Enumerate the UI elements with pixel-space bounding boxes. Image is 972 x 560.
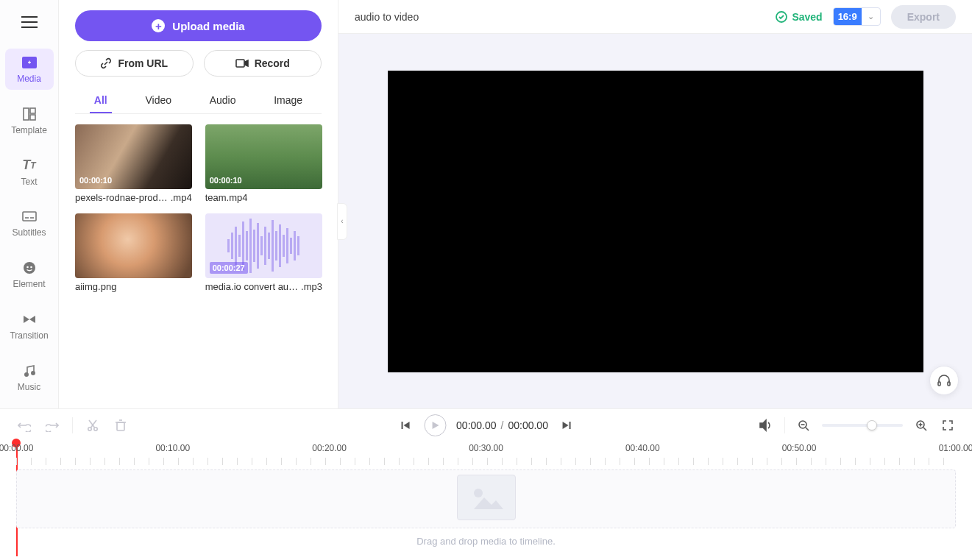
next-frame-button[interactable] (558, 417, 575, 433)
link-icon (100, 57, 112, 69)
from-url-button[interactable]: From URL (75, 50, 194, 77)
ruler-label: 01:00.00 (939, 443, 972, 453)
sidebar-item-label: Text (21, 177, 37, 187)
sidebar-item-media[interactable]: Media (5, 49, 54, 90)
timeline-ruler[interactable]: 00:00.00 00:10.00 00:20.00 00:30.00 00:4… (0, 443, 972, 465)
aspect-ratio-dropdown[interactable]: 16:9 ⌄ (833, 7, 881, 26)
svg-marker-17 (245, 60, 248, 66)
timeline-placeholder (457, 475, 516, 520)
sidebar-item-music[interactable]: Music (5, 357, 54, 398)
sidebar-item-template[interactable]: Template (5, 100, 54, 141)
timeline-area: 00:00.00/00:00.00 (0, 408, 972, 560)
media-panel: + Upload media From URL Record All Video… (59, 0, 338, 408)
zoom-in-button[interactable] (913, 417, 929, 433)
prev-frame-button[interactable] (397, 417, 414, 433)
media-item-ext: .mp3 (301, 281, 322, 292)
collapse-panel-button[interactable]: ‹ (337, 203, 347, 240)
cut-button[interactable] (85, 417, 101, 433)
svg-rect-19 (938, 382, 940, 386)
project-title-input[interactable] (355, 11, 483, 23)
tab-image[interactable]: Image (269, 88, 307, 113)
record-button[interactable]: Record (204, 50, 322, 77)
media-item[interactable]: 00:00:27 media.io convert au… .mp3 (205, 213, 322, 292)
drop-hint: Drag and drop media to timeline. (0, 536, 972, 547)
media-item-name: aiimg.png (75, 281, 116, 292)
music-icon (21, 363, 38, 379)
sidebar-item-label: Element (13, 279, 45, 289)
tab-video[interactable]: Video (141, 88, 176, 113)
svg-point-10 (26, 266, 29, 269)
sidebar-item-transition[interactable]: Transition (5, 305, 54, 347)
transition-icon (21, 311, 38, 327)
sidebar-item-label: Music (18, 382, 40, 392)
total-time: 00:00.00 (508, 419, 548, 431)
sidebar-item-text[interactable]: TT Text (5, 152, 54, 193)
svg-rect-2 (29, 60, 29, 63)
sidebar-item-label: Transition (10, 330, 48, 341)
media-item-duration: 00:00:10 (210, 176, 242, 185)
svg-marker-27 (563, 422, 569, 429)
svg-point-11 (30, 266, 32, 269)
media-item[interactable]: aiimg.png (75, 213, 192, 292)
aspect-ratio-value: 16:9 (834, 8, 862, 25)
tab-audio[interactable]: Audio (205, 88, 241, 113)
video-canvas[interactable] (388, 71, 923, 372)
media-item-duration: 00:00:10 (79, 176, 112, 185)
help-button[interactable] (929, 366, 959, 395)
from-url-label: From URL (118, 57, 168, 69)
svg-point-32 (474, 489, 483, 497)
undo-button[interactable] (16, 417, 32, 433)
svg-point-22 (94, 428, 97, 430)
svg-point-14 (24, 373, 27, 376)
svg-point-15 (31, 372, 34, 375)
headphones-icon (937, 373, 951, 388)
ruler-label: 00:50.00 (782, 443, 817, 453)
svg-rect-16 (236, 60, 244, 67)
svg-rect-20 (948, 382, 950, 386)
main-area: Saved 16:9 ⌄ Export ‹ (338, 0, 972, 408)
element-icon (21, 260, 38, 276)
sidebar-item-label: Media (17, 74, 41, 84)
sidebar-item-subtitles[interactable]: Subtitles (5, 203, 54, 244)
media-item[interactable]: 00:00:10 team.mp4 (205, 124, 322, 203)
ruler-label: 00:00.00 (0, 443, 33, 453)
saved-status: Saved (776, 11, 822, 23)
sidebar-item-element[interactable]: Element (5, 254, 54, 295)
media-grid: 00:00:10 pexels-rodnae-prod… .mp4 00:00:… (75, 124, 322, 292)
upload-media-button[interactable]: + Upload media (75, 10, 322, 41)
top-bar: Saved 16:9 ⌄ Export (338, 0, 972, 34)
svg-rect-6 (23, 212, 36, 221)
delete-button[interactable] (113, 417, 129, 433)
sidebar-item-label: Subtitles (12, 227, 46, 238)
zoom-out-button[interactable] (795, 417, 812, 433)
record-label: Record (255, 57, 290, 69)
media-item-duration: 00:00:27 (210, 262, 248, 274)
ruler-label: 00:40.00 (625, 443, 660, 453)
current-time: 00:00.00 (456, 419, 497, 431)
tab-all[interactable]: All (90, 88, 112, 113)
svg-rect-3 (24, 108, 29, 120)
media-icon (21, 54, 38, 71)
ruler-label: 00:30.00 (469, 443, 503, 453)
media-item[interactable]: 00:00:10 pexels-rodnae-prod… .mp4 (75, 124, 192, 203)
export-button[interactable]: Export (891, 5, 956, 29)
ruler-label: 00:10.00 (155, 443, 190, 453)
fit-button[interactable] (940, 417, 956, 433)
hamburger-button[interactable] (12, 9, 47, 35)
svg-rect-5 (30, 115, 35, 120)
media-item-name: pexels-rodnae-prod… (75, 192, 168, 203)
zoom-slider[interactable] (822, 424, 903, 427)
canvas-wrap: ‹ (338, 34, 972, 408)
timeline-track[interactable] (16, 469, 956, 528)
svg-point-21 (88, 428, 91, 430)
svg-point-9 (24, 262, 35, 274)
upload-label: Upload media (172, 20, 244, 32)
saved-label: Saved (792, 11, 822, 23)
svg-rect-4 (30, 108, 35, 113)
subtitles-icon (21, 208, 38, 224)
play-button[interactable] (424, 414, 446, 436)
redo-button[interactable] (44, 417, 60, 433)
chevron-down-icon: ⌄ (862, 9, 880, 24)
library-tabs: All Video Audio Image (75, 88, 322, 114)
volume-button[interactable] (758, 417, 774, 433)
